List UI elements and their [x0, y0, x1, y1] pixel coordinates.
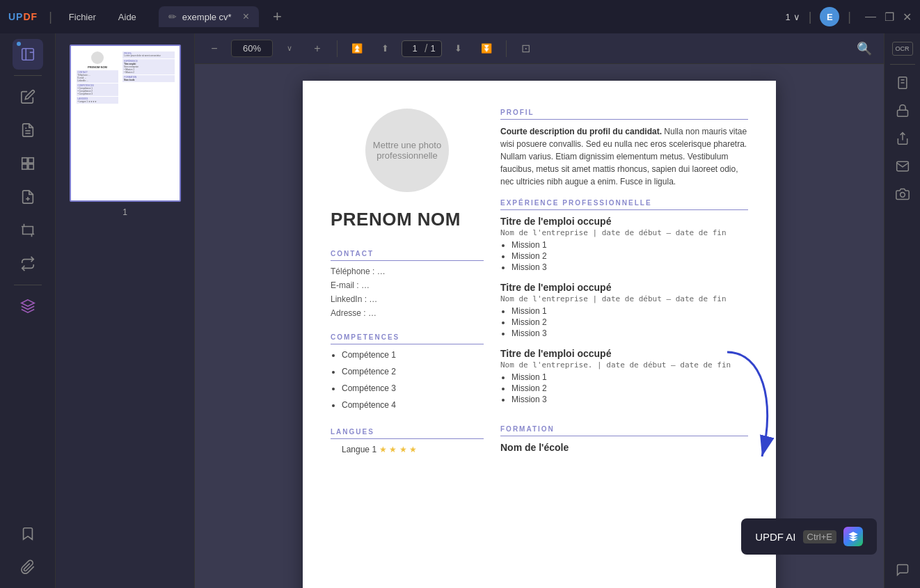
- exp-entry-3: Titre de l'emploi occupé Nom de l'entrep…: [500, 348, 748, 404]
- exp-title-3: Titre de l'emploi occupé: [500, 348, 748, 359]
- cv-left-column: Mettre une photo professionnelle PRENOM …: [331, 109, 484, 588]
- maximize-button[interactable]: ❐: [885, 10, 894, 24]
- cv-contact-details: Téléphone : … E-mail : … LinkedIn : … Ad…: [331, 267, 484, 318]
- svg-rect-16: [897, 110, 907, 116]
- nav-last-button[interactable]: ⏬: [475, 38, 498, 60]
- right-chat-icon[interactable]: [890, 557, 915, 582]
- exp-missions-1: Mission 1 Mission 2 Mission 3: [500, 240, 748, 272]
- tab-label: exemple cv*: [182, 12, 232, 22]
- menu-fichier[interactable]: Fichier: [63, 9, 102, 25]
- svg-rect-5: [22, 158, 26, 163]
- cv-experience-section: EXPÉRIENCE PROFESSIONNELLE Titre de l'em…: [500, 199, 748, 414]
- exp-title-2: Titre de l'emploi occupé: [500, 282, 748, 293]
- zoom-out-button[interactable]: −: [203, 38, 225, 60]
- sidebar-item-annotate[interactable]: [13, 115, 43, 145]
- thumbnail-page-1[interactable]: PRENOM NOM CONTACT Téléphone: ... E-mail…: [70, 45, 181, 202]
- sidebar-separator-2: [14, 285, 42, 285]
- cv-competences-list: Compétence 1 Compétence 2 Compétence 3 C…: [331, 350, 484, 410]
- sidebar-item-crop[interactable]: [13, 215, 43, 246]
- active-tab[interactable]: ✏ exemple cv* ×: [159, 6, 259, 27]
- formation-school-name: Nom de l'école: [500, 442, 748, 453]
- thumbnail-panel: PRENOM NOM CONTACT Téléphone: ... E-mail…: [56, 33, 195, 588]
- list-item: Langue 1 ★ ★ ★ ★: [342, 445, 484, 454]
- total-pages-display: 1: [430, 43, 435, 54]
- svg-rect-0: [22, 49, 33, 61]
- page-nav-separator: /: [425, 42, 427, 55]
- dot-indicator: [17, 42, 21, 46]
- updf-ai-shortcut: Ctrl+E: [803, 530, 836, 543]
- screen-share-button[interactable]: ⊡: [515, 38, 537, 60]
- sidebar-item-edit[interactable]: [13, 81, 43, 112]
- page-indicator[interactable]: 1 ∨: [785, 12, 800, 22]
- new-tab-button[interactable]: +: [273, 8, 282, 26]
- toolbar: − 60% ∨ + ⏫ ⬆ / 1 ⬇ ⏬ ⊡ 🔍: [195, 33, 884, 64]
- cv-profil-section: PROFIL Courte description du profil du c…: [500, 109, 748, 188]
- toolbar-separator-1: [337, 40, 338, 57]
- separator-1: |: [49, 10, 52, 24]
- toolbar-separator-2: [506, 40, 507, 57]
- updf-ai-icon: [843, 527, 863, 546]
- right-mail-icon[interactable]: [890, 154, 915, 179]
- right-scan-icon[interactable]: [890, 70, 915, 95]
- current-page-input[interactable]: [408, 43, 422, 54]
- right-sidebar: OCR: [884, 33, 920, 588]
- zoom-level-display: 60%: [231, 40, 273, 57]
- list-item: Mission 2: [511, 251, 748, 261]
- svg-point-18: [900, 193, 905, 198]
- cv-langues-title: LANGUES: [331, 428, 484, 439]
- list-item: Mission 1: [511, 306, 748, 316]
- close-button[interactable]: ✕: [903, 10, 912, 24]
- nav-first-button[interactable]: ⏫: [346, 38, 368, 60]
- pdf-viewer[interactable]: Mettre une photo professionnelle PRENOM …: [195, 64, 884, 588]
- cv-email: E-mail : …: [331, 280, 484, 290]
- tab-close-button[interactable]: ×: [243, 10, 249, 23]
- sidebar-item-convert[interactable]: [13, 248, 43, 279]
- svg-rect-6: [28, 158, 33, 163]
- zoom-chevron-button[interactable]: ∨: [278, 38, 301, 60]
- page-navigation: / 1: [402, 40, 442, 57]
- cv-name: PRENOM NOM: [331, 209, 484, 230]
- cv-phone: Téléphone : …: [331, 267, 484, 276]
- thumbnail-page-label: 1: [122, 207, 127, 217]
- sidebar-item-bookmark[interactable]: [13, 518, 43, 549]
- nav-next-button[interactable]: ⬇: [447, 38, 470, 60]
- right-lock-icon[interactable]: [890, 98, 915, 123]
- exp-missions-3: Mission 1 Mission 2 Mission 3: [500, 372, 748, 404]
- title-bar: UPDF | Fichier Aide ✏ exemple cv* × + 1 …: [0, 0, 920, 33]
- search-button[interactable]: 🔍: [853, 38, 875, 60]
- right-sep-1: [890, 64, 915, 65]
- langue-name: Langue 1: [342, 445, 376, 454]
- cv-experience-title: EXPÉRIENCE PROFESSIONNELLE: [500, 199, 748, 210]
- menu-aide[interactable]: Aide: [113, 9, 142, 25]
- cv-competences-section: COMPETENCES Compétence 1 Compétence 2 Co…: [331, 333, 484, 417]
- cv-contact-section: CONTACT Téléphone : … E-mail : … LinkedI…: [331, 250, 484, 322]
- right-share-icon[interactable]: [890, 126, 915, 151]
- list-item: Compétence 4: [342, 400, 484, 410]
- list-item: Mission 1: [511, 372, 748, 382]
- cv-langues-list: Langue 1 ★ ★ ★ ★: [331, 445, 484, 454]
- cv-formation-section: FORMATION Nom de l'école: [500, 425, 748, 453]
- sidebar-separator-1: [14, 75, 42, 76]
- content-wrapper: − 60% ∨ + ⏫ ⬆ / 1 ⬇ ⏬ ⊡ 🔍: [195, 33, 884, 588]
- sidebar-item-attachment[interactable]: [13, 552, 43, 582]
- user-avatar[interactable]: E: [820, 7, 839, 26]
- minimize-button[interactable]: —: [865, 10, 876, 24]
- ocr-button[interactable]: OCR: [892, 42, 913, 56]
- list-item: Compétence 3: [342, 383, 484, 393]
- thumbnail-list: PRENOM NOM CONTACT Téléphone: ... E-mail…: [61, 45, 189, 217]
- zoom-in-button[interactable]: +: [306, 38, 328, 60]
- updf-ai-button[interactable]: UPDF AI Ctrl+E: [741, 518, 877, 555]
- cv-competences-title: COMPETENCES: [331, 333, 484, 344]
- cv-formation-title: FORMATION: [500, 425, 748, 436]
- nav-prev-button[interactable]: ⬆: [374, 38, 396, 60]
- sidebar-item-organize[interactable]: [13, 148, 43, 179]
- sidebar-item-reader[interactable]: [13, 39, 43, 70]
- main-layout: PRENOM NOM CONTACT Téléphone: ... E-mail…: [0, 33, 920, 588]
- sidebar-item-layers[interactable]: [13, 291, 43, 321]
- cv-profil-text: Courte description du profil du candidat…: [500, 125, 748, 188]
- sidebar-item-pages[interactable]: [13, 182, 43, 212]
- cv-linkedin: LinkedIn : …: [331, 294, 484, 304]
- right-camera-icon[interactable]: [890, 182, 915, 207]
- separator-2: |: [809, 10, 812, 24]
- list-item: Mission 3: [511, 328, 748, 338]
